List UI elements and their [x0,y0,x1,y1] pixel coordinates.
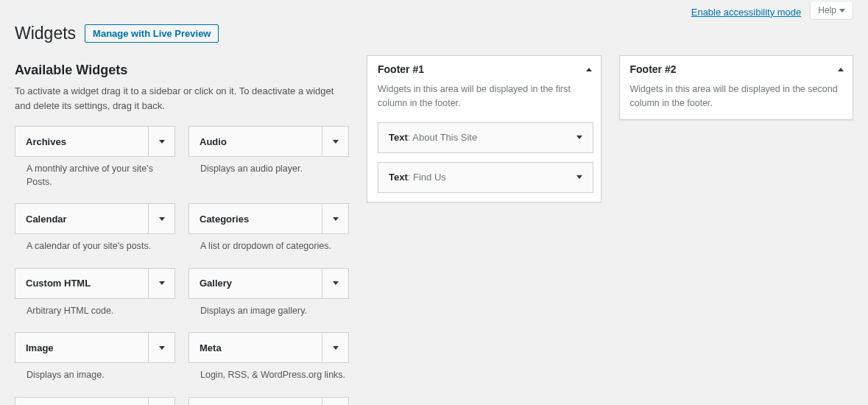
chevron-down-icon [576,175,582,179]
placed-widget-label: Text: About This Site [389,132,477,143]
footer-1-description: Widgets in this area will be displayed i… [378,82,593,110]
widget-label: Gallery [200,278,232,289]
chevron-down-icon [159,346,165,350]
chevron-up-icon [586,68,592,71]
widget-navigation-menu[interactable]: Navigation Menu [15,397,175,406]
footer-1-toggle[interactable]: Footer #1 [367,56,601,82]
help-dropdown-button[interactable]: Help [810,2,853,20]
chevron-down-icon [333,217,339,221]
chevron-down-icon [159,281,165,285]
chevron-down-icon [159,217,165,221]
widget-toggle-button[interactable] [322,204,348,233]
chevron-down-icon [576,135,582,139]
widget-label: Custom HTML [26,278,91,289]
widget-label: Meta [200,342,222,353]
widget-meta[interactable]: Meta [188,332,349,363]
widget-description: A list or dropdown of categories. [188,234,349,261]
widget-toggle-button[interactable] [148,398,174,406]
widget-label: Image [26,342,54,353]
available-widgets-grid: Archives A monthly archive of your site'… [15,126,349,405]
widget-description: A monthly archive of your site's Posts. [15,157,175,196]
widget-toggle-button[interactable] [322,269,348,298]
widget-description: Displays an audio player. [188,157,349,183]
widget-toggle-button[interactable] [322,127,348,156]
chevron-down-icon [333,346,339,350]
widget-label: Audio [200,136,227,147]
help-label: Help [818,5,836,15]
widget-toggle-button[interactable] [148,269,174,298]
footer-1-area: Footer #1 Widgets in this area will be d… [367,55,601,202]
widget-description: Login, RSS, & WordPress.org links. [188,363,349,390]
available-widgets-description: To activate a widget drag it to a sideba… [15,84,349,113]
widget-audio[interactable]: Audio [188,126,349,157]
widget-label: Archives [26,136,66,147]
widget-toggle-button[interactable] [148,127,174,156]
widget-calendar[interactable]: Calendar [15,203,175,234]
footer-1-title: Footer #1 [378,63,424,75]
chevron-down-icon [839,9,845,13]
placed-widget-label: Text: Find Us [389,172,446,183]
widget-description: Arbitrary HTML code. [15,299,175,325]
footer-2-toggle[interactable]: Footer #2 [620,56,853,82]
enable-accessibility-link[interactable]: Enable accessibility mode [691,7,802,18]
widget-label: Calendar [26,214,67,225]
widget-toggle-button[interactable] [566,163,593,192]
widget-gallery[interactable]: Gallery [188,268,349,299]
manage-live-preview-button[interactable]: Manage with Live Preview [85,24,219,43]
widget-toggle-button[interactable] [148,204,174,233]
chevron-down-icon [159,140,165,144]
footer-1-widget-text-findus[interactable]: Text: Find Us [378,162,593,193]
widget-categories[interactable]: Categories [188,203,349,234]
widget-toggle-button[interactable] [148,333,174,362]
chevron-down-icon [333,281,339,285]
widget-archives[interactable]: Archives [15,126,175,157]
widget-toggle-button[interactable] [566,123,593,152]
chevron-up-icon [838,68,844,71]
footer-2-title: Footer #2 [630,63,677,75]
footer-2-area: Footer #2 Widgets in this area will be d… [619,55,854,120]
widget-pages[interactable]: Pages [188,397,349,406]
available-widgets-heading: Available Widgets [15,63,349,78]
widget-toggle-button[interactable] [322,333,348,362]
widget-description: Displays an image. [15,363,175,390]
footer-1-widget-text-about[interactable]: Text: About This Site [378,122,593,153]
widget-description: Displays an image gallery. [188,299,349,325]
widget-description: A calendar of your site's posts. [15,234,175,261]
widget-toggle-button[interactable] [322,398,348,406]
widget-label: Categories [200,214,249,225]
footer-2-description: Widgets in this area will be displayed i… [630,82,846,110]
page-title: Widgets [15,24,76,43]
chevron-down-icon [333,140,339,144]
widget-image[interactable]: Image [15,332,175,363]
widget-custom-html[interactable]: Custom HTML [15,268,175,299]
available-widgets-column: Available Widgets To activate a widget d… [15,55,349,405]
